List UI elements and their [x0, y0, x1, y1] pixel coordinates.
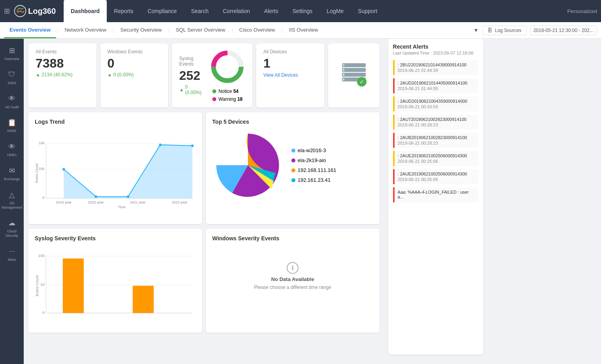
nav-tab-search[interactable]: Search [184, 0, 215, 22]
sidebar-item-cloudsecurity[interactable]: ☁ Cloud Security [0, 215, 24, 241]
alert-code-1: : 2BU220190621014439000914100 [398, 62, 475, 67]
alert-time-4: 2019-06-21 00:28:23 [398, 123, 475, 127]
svg-point-24 [94, 195, 97, 198]
alert-code-6: : 2AUE20190621002506000914300 [398, 153, 475, 158]
view-all-devices-link[interactable]: View All Devices [263, 72, 298, 78]
charts-row-2: Syslog Severity Events 100 10 0 [28, 229, 380, 333]
date-range-picker[interactable]: 2018-05-21 12:30:00 - 202... [530, 26, 597, 35]
sidebar-item-overview[interactable]: ⊞ Overview [0, 43, 24, 64]
tab-events-overview[interactable]: Events Overview [4, 22, 56, 38]
nav-tab-reports[interactable]: Reports [107, 0, 140, 22]
sidebar-item-exchange[interactable]: ✉ Exchange [0, 163, 24, 185]
ip1-dot [291, 168, 295, 172]
alert-code-2: : 2AUD20190621014405000914100 [398, 81, 475, 85]
alert-item-7[interactable]: : 2AUE20190621002506000914300 2019-06-21… [393, 169, 478, 184]
syslog-severity-chart: 100 10 0 [35, 246, 196, 325]
logs-trend-card: Logs Trend 10k 100 0 [28, 112, 202, 224]
sidebar-label-more: More [8, 258, 16, 262]
logs-trend-title: Logs Trend [35, 119, 196, 125]
svg-text:10k: 10k [39, 141, 45, 145]
legend-warning: Warning 18 [212, 96, 243, 102]
sidebar-item-m365[interactable]: 📋 M365 [0, 115, 24, 136]
svg-text:0: 0 [42, 196, 44, 200]
nav-tab-logme[interactable]: LogMe [319, 0, 351, 22]
alert-code-3: : 2AUD20190621004359000914000 [398, 99, 475, 104]
svg-text:100: 100 [38, 167, 44, 171]
alert-item-3[interactable]: : 2AUD20190621004359000914000 2019-06-21… [393, 96, 478, 111]
sidebar-item-siem[interactable]: 🛡 SIEM [0, 67, 24, 89]
tab-network-overview[interactable]: Network Overview [59, 22, 112, 38]
all-events-change-text: 2134 (40.62%) [42, 72, 73, 77]
m365-icon: 📋 [7, 118, 17, 127]
alert-time-1: 2019-06-21 01:44:39 [398, 68, 475, 73]
alert-code-8: Aaa: %AAA-4-LOGIN_FAILED : user a... [398, 190, 475, 199]
alert-time-5: 2019-06-21 00:28:23 [398, 141, 475, 145]
windows-severity-title: Windows Severity Events [212, 235, 373, 241]
sidebar-label-admanagement: AD Management [2, 201, 23, 210]
alert-item-5[interactable]: : 2AUB20190621002823000914100 2019-06-21… [393, 133, 478, 148]
tab-dropdown-icon[interactable]: ▼ [470, 27, 483, 33]
top5-content: ela-w2016-3 ela-2k19-aio 192.168.111.161 [212, 130, 373, 201]
server-image-container: ✓ [338, 59, 370, 92]
svg-rect-43 [133, 286, 154, 313]
up-arrow-icon-3: ▲ [179, 87, 184, 92]
top5-devices-card: Top 5 Devices [206, 112, 380, 224]
grid-icon[interactable]: ⊞ [4, 7, 10, 15]
alert-code-7: : 2AUE20190621002506000914300 [398, 172, 475, 176]
syslog-events-card: Syslog Events 252 ▲ 0 (0.00%) [172, 43, 252, 108]
svg-text:2022 year: 2022 year [172, 200, 187, 204]
nav-tab-dashboard[interactable]: Dashboard [64, 0, 107, 22]
tab-sql-overview[interactable]: SQL Server Overview [170, 22, 231, 38]
sidebar-item-admanagement[interactable]: △ AD Management [0, 187, 24, 213]
alerts-title: Recent Alerts [393, 43, 478, 50]
all-events-change: ▲ 2134 (40.62%) [36, 72, 89, 77]
svg-rect-42 [63, 258, 84, 313]
cloudsecurity-icon: ☁ [7, 218, 17, 228]
alert-time-6: 2019-06-21 00:25:06 [398, 159, 475, 164]
tab-cisco-overview[interactable]: Cisco Overview [234, 22, 280, 38]
content-and-alerts: All Events 7388 ▲ 2134 (40.62%) Windows … [24, 39, 483, 364]
alerts-updated: Last Updated Time : 2023-09-07 12:18:06 [393, 51, 478, 55]
syslog-change: ▲ 0 (0.00%) [179, 84, 202, 95]
sidebar-item-more[interactable]: ··· More [0, 243, 24, 265]
alert-item-6[interactable]: : 2AUE20190621002506000914300 2019-06-21… [393, 151, 478, 166]
nav-tab-support[interactable]: Support [351, 0, 384, 22]
svg-rect-6 [342, 73, 366, 77]
log-sources-label: Log Sources [495, 28, 521, 33]
nav-tab-alerts[interactable]: Alerts [257, 0, 285, 22]
admanagement-icon: △ [7, 190, 17, 200]
logo-svg [14, 5, 26, 17]
ip2-dot [291, 178, 295, 182]
alert-code-5: : 2AUB20190621002823000914100 [398, 135, 475, 140]
syslog-value: 252 [179, 69, 202, 82]
syslog-donut-chart [210, 49, 245, 85]
ueba-icon: 👁 [7, 142, 17, 151]
sidebar-item-ueba[interactable]: 👁 UEBA [0, 139, 24, 160]
log-sources-button[interactable]: 🗄 Log Sources [482, 26, 526, 35]
alert-item-1[interactable]: : 2BU220190621014439000914100 2019-06-21… [393, 60, 478, 75]
svg-rect-11 [343, 78, 344, 81]
personalized-label: Personalized [567, 8, 597, 14]
nav-tab-correlation[interactable]: Correlation [215, 0, 257, 22]
alert-item-2[interactable]: : 2AUD20190621014405000914100 2019-06-21… [393, 78, 478, 93]
second-nav: Events Overview | Network Overview | Sec… [0, 22, 601, 39]
sidebar-item-adaudit[interactable]: 👁 AD Audit [0, 91, 24, 113]
alert-item-8[interactable]: Aaa: %AAA-4-LOGIN_FAILED : user a... [393, 187, 478, 202]
notice-dot [212, 89, 216, 93]
tab-security-overview[interactable]: Security Overview [115, 22, 167, 38]
svg-point-26 [159, 143, 162, 146]
nav-tab-settings[interactable]: Settings [285, 0, 320, 22]
svg-text:2020 year: 2020 year [88, 200, 104, 204]
windows-events-card: Windows Events 0 ▲ 0 (0.00%) [100, 43, 168, 108]
tab-iis-overview[interactable]: IIS Overview [283, 22, 324, 38]
all-events-card: All Events 7388 ▲ 2134 (40.62%) [28, 43, 96, 108]
database-icon: 🗄 [488, 28, 492, 33]
logs-trend-chart: 10k 100 0 [35, 130, 196, 217]
svg-text:10: 10 [40, 282, 45, 287]
sidebar-label-cloudsecurity: Cloud Security [2, 229, 22, 238]
alert-item-4[interactable]: : 2AU720190621002823000914100 2019-06-21… [393, 115, 478, 130]
overview-icon: ⊞ [7, 46, 17, 55]
charts-row-1: Logs Trend 10k 100 0 [28, 112, 380, 224]
legend-notice: Notice 54 [212, 89, 243, 94]
nav-tab-compliance[interactable]: Compliance [140, 0, 184, 22]
